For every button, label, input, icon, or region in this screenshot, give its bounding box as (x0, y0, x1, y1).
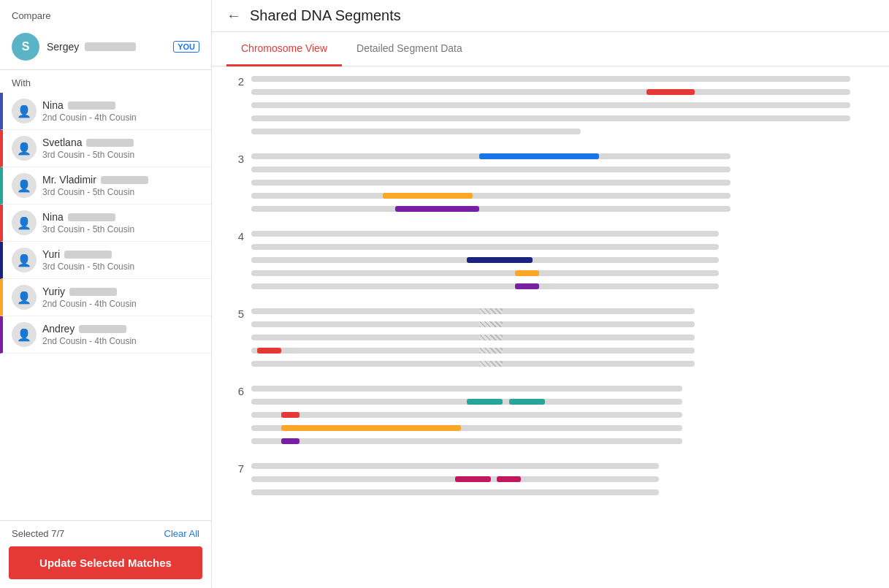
you-name-blur (85, 42, 136, 51)
match-item-1[interactable]: 👤 Svetlana 3rd Cousin - 5th Cousin (0, 130, 211, 167)
chrom-tracks-3 (251, 151, 874, 214)
chrom-number-5: 5 (226, 306, 244, 320)
track-6-3 (251, 423, 874, 433)
track-3-2 (251, 177, 874, 188)
chrom-tracks-4 (251, 229, 874, 291)
update-selected-button[interactable]: Update Selected Matches (9, 546, 202, 579)
match-item-6[interactable]: 👤 Andrey 2nd Cousin - 4th Cousin (0, 316, 211, 354)
track-bg-2-4 (251, 129, 581, 134)
match-rel-1: 3rd Cousin - 5th Cousin (42, 150, 202, 160)
seg-4-2 (467, 257, 533, 263)
track-7-1 (251, 474, 874, 484)
track-4-1 (251, 242, 874, 252)
centromere-5-0 (479, 308, 503, 314)
back-button[interactable]: ← (226, 7, 241, 24)
track-bg-4-4 (251, 283, 719, 289)
seg-5-3 (257, 348, 281, 354)
header: ← Shared DNA Segments (212, 0, 889, 32)
track-2-0 (251, 74, 874, 84)
track-5-0 (251, 306, 874, 316)
track-3-0 (251, 151, 874, 161)
match-name-blur-0 (68, 102, 115, 110)
match-rel-5: 2nd Cousin - 4th Cousin (42, 299, 202, 309)
match-info-6: Andrey 2nd Cousin - 4th Cousin (42, 323, 202, 346)
tab-1[interactable]: Detailed Segment Data (342, 32, 477, 66)
track-3-3 (251, 191, 874, 201)
track-bg-6-2 (251, 412, 682, 418)
track-bg-3-3 (251, 193, 730, 199)
track-5-4 (251, 359, 874, 369)
track-bg-2-0 (251, 76, 850, 82)
seg-3-4 (395, 206, 479, 212)
clear-all-button[interactable]: Clear All (164, 528, 199, 539)
centromere-5-3 (479, 348, 503, 354)
track-4-0 (251, 229, 874, 239)
page-title: Shared DNA Segments (250, 7, 401, 24)
chrom-section-5: 5 (226, 306, 874, 369)
match-item-0[interactable]: 👤 Nina 2nd Cousin - 4th Cousin (0, 93, 211, 130)
match-name-blur-3 (68, 213, 115, 221)
chrom-number-4: 4 (226, 229, 244, 243)
you-badge: YOU (173, 41, 199, 53)
match-info-1: Svetlana 3rd Cousin - 5th Cousin (42, 137, 202, 160)
match-item-3[interactable]: 👤 Nina 3rd Cousin - 5th Cousin (0, 205, 211, 242)
match-list: 👤 Nina 2nd Cousin - 4th Cousin 👤 Svetlan… (0, 93, 211, 520)
track-4-2 (251, 255, 874, 265)
match-name-blur-1 (86, 139, 134, 147)
chrom-tracks-5 (251, 306, 874, 369)
match-info-0: Nina 2nd Cousin - 4th Cousin (42, 99, 202, 123)
chrom-number-3: 3 (226, 151, 244, 165)
chrom-section-2: 2 (226, 74, 874, 137)
track-5-3 (251, 345, 874, 356)
selected-count: Selected 7/7 (12, 528, 64, 539)
track-bg-3-2 (251, 180, 730, 186)
match-name-0: Nina (42, 99, 202, 111)
track-7-0 (251, 461, 874, 471)
match-avatar-1: 👤 (12, 136, 37, 161)
seg2-6-1 (509, 399, 545, 405)
match-name-2: Mr. Vladimir (42, 174, 202, 186)
you-row: S Sergey YOU (0, 27, 211, 70)
seg-6-2 (281, 412, 299, 418)
track-bg-3-4 (251, 206, 730, 212)
track-bg-4-3 (251, 270, 719, 276)
track-3-4 (251, 204, 874, 214)
match-name-4: Yuri (42, 248, 202, 260)
track-5-2 (251, 332, 874, 343)
seg-3-0 (479, 153, 599, 159)
bottom-bar: Selected 7/7 Clear All (0, 520, 211, 546)
track-4-4 (251, 281, 874, 291)
you-name-text: Sergey (47, 41, 79, 53)
track-bg-5-0 (251, 308, 695, 314)
match-avatar-6: 👤 (12, 322, 37, 347)
match-avatar-5: 👤 (12, 285, 37, 310)
match-item-5[interactable]: 👤 Yuriy 2nd Cousin - 4th Cousin (0, 279, 211, 316)
seg-6-1 (467, 399, 503, 405)
chrom-section-3: 3 (226, 151, 874, 214)
match-info-5: Yuriy 2nd Cousin - 4th Cousin (42, 286, 202, 309)
chrom-section-6: 6 (226, 383, 874, 446)
seg-6-4 (281, 438, 299, 444)
match-info-2: Mr. Vladimir 3rd Cousin - 5th Cousin (42, 174, 202, 197)
match-item-4[interactable]: 👤 Yuri 3rd Cousin - 5th Cousin (0, 242, 211, 279)
centromere-5-2 (479, 335, 503, 340)
match-name-blur-4 (64, 251, 112, 259)
track-bg-5-1 (251, 321, 695, 327)
track-bg-5-4 (251, 361, 695, 367)
you-avatar: S (12, 33, 39, 61)
match-name-blur-5 (69, 288, 117, 296)
right-panel: ← Shared DNA Segments Chromosome ViewDet… (212, 0, 889, 588)
match-item-2[interactable]: 👤 Mr. Vladimir 3rd Cousin - 5th Cousin (0, 167, 211, 205)
compare-label: Compare (0, 0, 211, 27)
seg-3-3 (383, 193, 473, 199)
tab-0[interactable]: Chromosome View (226, 32, 342, 66)
match-name-1: Svetlana (42, 137, 202, 148)
track-2-1 (251, 87, 874, 97)
track-bg-7-2 (251, 489, 659, 495)
track-bg-4-1 (251, 244, 719, 250)
left-panel: Compare S Sergey YOU With 👤 Nina 2nd Cou… (0, 0, 212, 588)
match-name-6: Andrey (42, 323, 202, 335)
seg-4-3 (515, 270, 539, 276)
track-3-1 (251, 164, 874, 175)
with-label: With (0, 70, 211, 93)
